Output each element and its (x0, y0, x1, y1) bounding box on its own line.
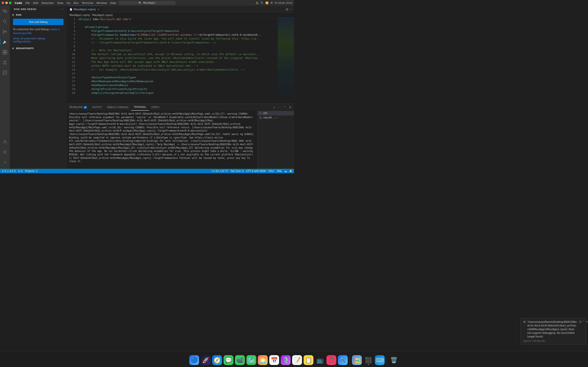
status-line-ending[interactable]: CRLF (268, 170, 274, 173)
tab-maui-csproj[interactable]: 📋 MauiApp1.csproj ✕ (67, 6, 103, 13)
editor-terminal-split: 12345 678910 1112131415 1617181920 <Proj… (67, 17, 294, 169)
activity-extensions[interactable] (0, 47, 10, 57)
menu-go[interactable]: Go (67, 1, 70, 4)
activity-error-badge[interactable]: ✕ (0, 157, 10, 167)
terminal-list: ⬛ zsh ⬛ rebuild ... ✓ (257, 111, 294, 169)
run-show-all-link[interactable]: Show all automatic debug configurations. (13, 37, 45, 43)
bc-file[interactable]: MauiApp1.csproj (69, 14, 90, 17)
tab-size-text: Tab Size: 4 (231, 170, 243, 173)
activity-extensions2[interactable] (0, 68, 10, 77)
menu-file[interactable]: File (26, 1, 30, 4)
main-layout: ✕ RUN AND DEBUG ⋯ ▼ RUN Run and Debug (0, 6, 294, 169)
split-editor-button[interactable]: ⊞ (286, 7, 288, 11)
menu-code[interactable]: Code (15, 1, 22, 4)
warning-count-icon: ⚠ (7, 170, 9, 173)
breakpoints-count: 0 (21, 170, 22, 173)
error-count: 0 (4, 170, 6, 173)
run-hint: To customize Run and Debug create a laun… (13, 27, 63, 35)
panel-actions: ＋ ⋯ ⌃ ✕ (272, 104, 294, 111)
terminal-zsh-icon: ⬛ (259, 112, 262, 115)
menu-help[interactable]: Help (110, 1, 116, 4)
controls-icon: ⚙ (270, 1, 273, 4)
run-header[interactable]: ▼ RUN (10, 13, 67, 17)
tab-problems[interactable]: PROBLEMS 6 (67, 104, 90, 111)
status-feedback[interactable]: ☁ (285, 170, 287, 173)
status-tab-size[interactable]: Tab Size: 4 (231, 170, 243, 173)
status-left: ✕ 0 ⚠ 6 ℹ 0 ⊙ 0 Projects: 1 (2, 170, 38, 173)
status-position[interactable]: Ln 63, Col 77 (212, 170, 228, 173)
traffic-lights (2, 2, 11, 4)
terminal-zsh-label: zsh (263, 112, 267, 115)
activity-testing[interactable] (0, 58, 10, 67)
new-terminal-button[interactable]: ＋ (272, 105, 277, 109)
search-bar[interactable]: 🔍 MauiApp1 (118, 1, 176, 5)
panel-tabs: PROBLEMS 6 OUTPUT DEBUG CONSOLE TERMINAL (67, 104, 294, 111)
tab-terminal[interactable]: TERMINAL (131, 104, 149, 111)
tab-ports[interactable]: PORTS (149, 104, 162, 111)
status-notifications[interactable]: 🔔 (289, 170, 292, 173)
titlebar-right: A 🔌 📶 ⚙ Fri 24 Jan 19:22 (256, 1, 292, 5)
terminal-rebuild[interactable]: ⬛ rebuild ... ✓ (258, 115, 294, 120)
tab-output[interactable]: OUTPUT (90, 104, 105, 111)
more-actions-button[interactable]: ⋯ (289, 7, 292, 11)
info-count: 0 (14, 170, 16, 173)
run-content: Run and Debug To customize Run and Debug… (10, 17, 67, 45)
svg-point-18 (4, 140, 6, 142)
activity-search[interactable] (0, 17, 10, 26)
status-errors[interactable]: ✕ 0 ⚠ 6 ℹ 0 (2, 170, 16, 173)
activity-settings[interactable] (0, 147, 10, 157)
editor-tabs: 📋 MauiApp1.csproj ✕ ⊞ ⋯ (67, 6, 294, 13)
maximize-button[interactable] (9, 2, 11, 4)
status-right: Ln 63, Col 77 Tab Size: 4 UTF-8 with BOM… (212, 170, 292, 173)
activity-source-control[interactable] (0, 27, 10, 37)
notifications-icon: 🔔 (289, 170, 292, 173)
menu-selection[interactable]: Selection (42, 1, 54, 4)
breakpoints-header[interactable]: ▼ BREAKPOINTS (10, 46, 67, 50)
terminal-body: /Users/sasasoftware/Desktop/8b82398c-4c3… (67, 111, 294, 169)
rebuild-check-icon: ✓ (276, 117, 278, 119)
sidebar: RUN AND DEBUG ⋯ ▼ RUN Run and Debug To c… (10, 6, 67, 169)
terminal-panel: PROBLEMS 6 OUTPUT DEBUG CONSOLE TERMINAL (67, 104, 294, 169)
wifi-icon: 📶 (265, 1, 268, 4)
menu-view[interactable]: View (57, 1, 63, 4)
close-button[interactable] (2, 2, 4, 4)
tab-close-button[interactable]: ✕ (97, 8, 100, 11)
minimize-button[interactable] (5, 2, 8, 4)
svg-rect-0 (3, 9, 5, 12)
menu-terminal[interactable]: Terminal (82, 1, 93, 4)
svg-rect-12 (3, 52, 5, 54)
tab-debug-console[interactable]: DEBUG CONSOLE (105, 104, 131, 111)
info-count-icon: ℹ (12, 170, 13, 173)
terminal-more-button[interactable]: ⋯ (277, 105, 282, 109)
activity-run-debug[interactable] (0, 37, 10, 47)
svg-rect-1 (5, 10, 7, 12)
terminal-zsh[interactable]: ⬛ zsh (258, 111, 294, 115)
run-debug-button[interactable]: Run and Debug (13, 19, 63, 25)
status-encoding[interactable]: UTF-8 with BOM (246, 170, 266, 173)
menu-edit[interactable]: Edit (33, 1, 38, 4)
breakpoints-arrow: ▼ (12, 47, 15, 50)
status-projects[interactable]: Projects: 1 (25, 170, 38, 173)
sidebar-header: RUN AND DEBUG ⋯ (10, 6, 67, 13)
terminal-content[interactable]: /Users/sasasoftware/Desktop/8b82398c-4c3… (67, 111, 257, 169)
activity-explorer[interactable] (0, 7, 10, 16)
problems-badge: 6 (84, 106, 87, 109)
svg-line-3 (6, 22, 7, 23)
terminal-close-button[interactable]: ✕ (288, 105, 292, 109)
svg-rect-10 (3, 50, 5, 52)
menu-window[interactable]: Window (96, 1, 107, 4)
svg-rect-13 (5, 52, 7, 54)
svg-point-19 (4, 151, 6, 153)
status-breakpoints[interactable]: ⊙ 0 (18, 170, 22, 173)
activity-account[interactable] (0, 137, 10, 147)
status-bar: ✕ 0 ⚠ 6 ℹ 0 ⊙ 0 Projects: 1 Ln 63, Col 7… (0, 169, 294, 173)
editor-area: 📋 MauiApp1.csproj ✕ ⊞ ⋯ MauiApp1.csproj … (67, 6, 294, 169)
svg-point-5 (3, 33, 4, 34)
menu-run[interactable]: Run (73, 1, 79, 4)
code-editor[interactable]: <Project Sdk="Microsoft.NET.Sdk"> <Prope… (77, 17, 278, 104)
status-language[interactable]: XML (277, 170, 282, 173)
bc-item[interactable]: MauiApp1.csproj (92, 14, 112, 17)
svg-rect-11 (5, 50, 7, 52)
sidebar-more-button[interactable]: ⋯ (60, 7, 64, 12)
terminal-expand-button[interactable]: ⌃ (283, 105, 287, 109)
